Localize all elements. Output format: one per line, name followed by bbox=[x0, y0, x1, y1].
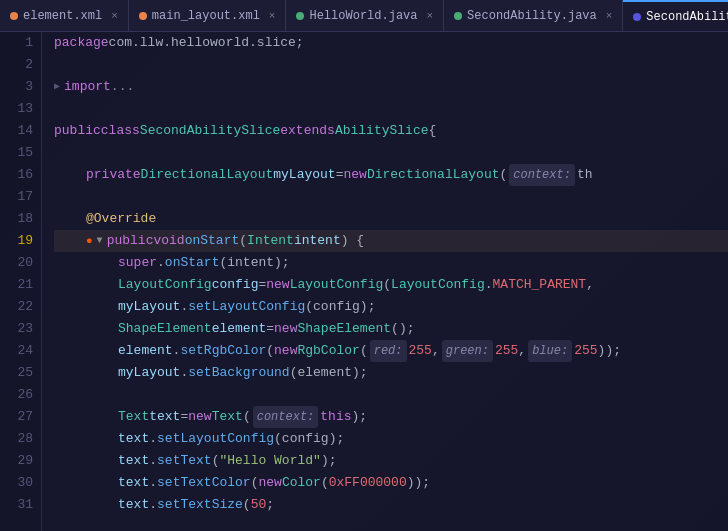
tab-secondabilityslice-java[interactable]: SecondAbilitySlice.java × bbox=[623, 0, 728, 31]
method-settextsize: setTextSize bbox=[157, 494, 243, 516]
tab-dot-java2 bbox=[454, 12, 462, 20]
tab-label-secondability: SecondAbility.java bbox=[467, 9, 597, 23]
class-name-secondabilityslice: SecondAbilitySlice bbox=[140, 120, 280, 142]
code-line-28: text . setLayoutConfig (config); bbox=[54, 428, 728, 450]
brace-open-class: { bbox=[429, 120, 437, 142]
new-text-27: Text bbox=[212, 406, 243, 428]
line-num-3: 3 bbox=[8, 76, 33, 98]
paren-open-rgb: ( bbox=[360, 340, 368, 362]
code-line-26 bbox=[54, 384, 728, 406]
kw-public-14: public bbox=[54, 120, 101, 142]
code-line-13 bbox=[54, 98, 728, 120]
method-settextcolor: setTextColor bbox=[157, 472, 251, 494]
dot-22: . bbox=[180, 296, 188, 318]
val-textsize: 50 bbox=[251, 494, 267, 516]
type-color: Color bbox=[282, 472, 321, 494]
param-intent: intent bbox=[294, 230, 341, 252]
var-text-27: text bbox=[149, 406, 180, 428]
annotation-override: @Override bbox=[86, 208, 156, 230]
kw-new-27: new bbox=[188, 406, 211, 428]
dot-20: . bbox=[157, 252, 165, 274]
comma-21: , bbox=[586, 274, 594, 296]
tab-label-element-xml: element.xml bbox=[23, 9, 102, 23]
code-line-25: myLayout . setBackground (element); bbox=[54, 362, 728, 384]
line-num-30: 30 bbox=[8, 472, 33, 494]
code-line-23: ShapeElement element = new ShapeElement … bbox=[54, 318, 728, 340]
var-mylayout-25: myLayout bbox=[118, 362, 180, 384]
string-helloworld: "Hello World" bbox=[219, 450, 320, 472]
code-line-24: element . setRgbColor ( new RgbColor ( r… bbox=[54, 340, 728, 362]
keyword-package: package bbox=[54, 32, 109, 54]
kw-new-16: new bbox=[343, 164, 366, 186]
kw-public-19: public bbox=[107, 230, 154, 252]
line-num-15: 15 bbox=[8, 142, 33, 164]
var-element: element bbox=[212, 318, 267, 340]
method-setlayoutconfig-28: setLayoutConfig bbox=[157, 428, 274, 450]
assign-27: = bbox=[180, 406, 188, 428]
type-layoutconfig: LayoutConfig bbox=[118, 274, 212, 296]
paren-20: (intent); bbox=[219, 252, 289, 274]
line-num-27: 27 bbox=[8, 406, 33, 428]
paren-open-27: ( bbox=[243, 406, 251, 428]
tab-close-4[interactable]: × bbox=[606, 10, 613, 22]
paren-close-19: ) { bbox=[341, 230, 364, 252]
line-num-24: 24 bbox=[8, 340, 33, 362]
dot-21: . bbox=[485, 274, 493, 296]
kw-private-16: private bbox=[86, 164, 141, 186]
new-directionallayout: DirectionalLayout bbox=[367, 164, 500, 186]
line-num-2: 2 bbox=[8, 54, 33, 76]
tab-main-layout-xml[interactable]: main_layout.xml × bbox=[129, 0, 287, 31]
code-line-31: text . setTextSize ( 50 ; bbox=[54, 494, 728, 516]
var-text-29: text bbox=[118, 450, 149, 472]
kw-void-19: void bbox=[153, 230, 184, 252]
paren-25: (element); bbox=[290, 362, 368, 384]
new-layoutconfig: LayoutConfig bbox=[290, 274, 384, 296]
method-settext-29: setText bbox=[157, 450, 212, 472]
paren-open-color: ( bbox=[321, 472, 329, 494]
const-match-parent: MATCH_PARENT bbox=[493, 274, 587, 296]
code-line-21: LayoutConfig config = new LayoutConfig (… bbox=[54, 274, 728, 296]
method-setlayoutconfig: setLayoutConfig bbox=[188, 296, 305, 318]
hint-red: red: bbox=[370, 340, 407, 362]
val-green: 255 bbox=[495, 340, 518, 362]
collapse-marker-import[interactable]: ▶ bbox=[54, 76, 60, 98]
tab-label-secondabilityslice: SecondAbilitySlice.java bbox=[646, 10, 728, 24]
context-value-16: th bbox=[577, 164, 593, 186]
dot-24: . bbox=[173, 340, 181, 362]
assign-23: = bbox=[266, 318, 274, 340]
tab-element-xml[interactable]: element.xml × bbox=[0, 0, 129, 31]
code-content-area[interactable]: package com.llw.helloworld.slice; ▶ impo… bbox=[42, 32, 728, 531]
paren-open-24: ( bbox=[266, 340, 274, 362]
dot-29: . bbox=[149, 450, 157, 472]
comma-red: , bbox=[432, 340, 440, 362]
tab-helloworld-java[interactable]: HelloWorld.java × bbox=[286, 0, 444, 31]
tab-close-3[interactable]: × bbox=[427, 10, 434, 22]
line-num-20: 20 bbox=[8, 252, 33, 274]
code-line-14: public class SecondAbilitySlice extends … bbox=[54, 120, 728, 142]
line-num-31: 31 bbox=[8, 494, 33, 516]
line-num-22: 22 bbox=[8, 296, 33, 318]
tab-secondability-java[interactable]: SecondAbility.java × bbox=[444, 0, 623, 31]
tab-dot-java3 bbox=[633, 13, 641, 21]
import-ellipsis: ... bbox=[111, 76, 134, 98]
kw-class-14: class bbox=[101, 120, 140, 142]
paren-open-31: ( bbox=[243, 494, 251, 516]
line-num-21: 21 bbox=[8, 274, 33, 296]
paren-19: ( bbox=[239, 230, 247, 252]
line-num-29: 29 bbox=[8, 450, 33, 472]
tab-close-2[interactable]: × bbox=[269, 10, 276, 22]
method-onstart-super: onStart bbox=[165, 252, 220, 274]
tabs-bar: element.xml × main_layout.xml × HelloWor… bbox=[0, 0, 728, 32]
type-directionallayout: DirectionalLayout bbox=[141, 164, 274, 186]
line-num-19: 19 bbox=[8, 230, 33, 252]
tab-close-1[interactable]: × bbox=[111, 10, 118, 22]
breakpoint-icon: ● bbox=[86, 230, 93, 252]
code-line-19: ● ▼ public void onStart ( Intent intent … bbox=[54, 230, 728, 252]
line-num-18: 18 bbox=[8, 208, 33, 230]
assign-16: = bbox=[336, 164, 344, 186]
method-setrgbcolor: setRgbColor bbox=[180, 340, 266, 362]
kw-super: super bbox=[118, 252, 157, 274]
kw-extends: extends bbox=[280, 120, 335, 142]
hint-green: green: bbox=[442, 340, 493, 362]
var-text-28: text bbox=[118, 428, 149, 450]
